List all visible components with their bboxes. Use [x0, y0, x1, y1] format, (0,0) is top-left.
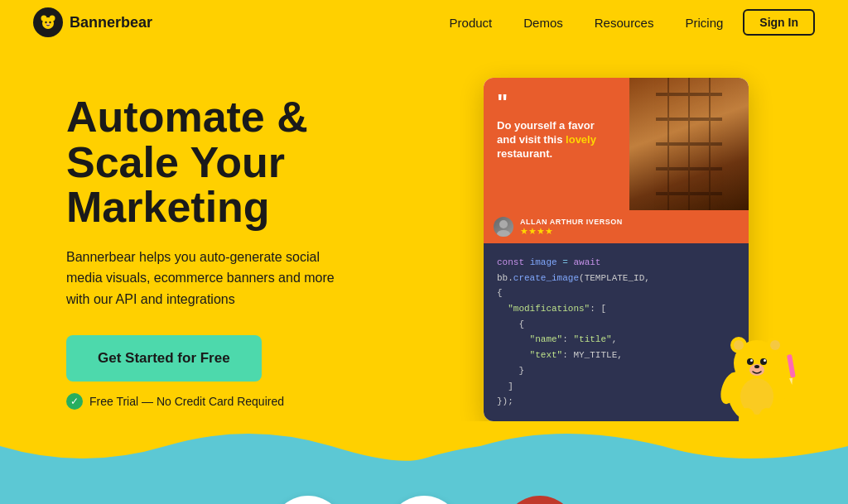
quote-mark: "	[497, 91, 616, 114]
wave-transition	[0, 421, 848, 471]
cta-button[interactable]: Get Started for Free	[66, 335, 262, 382]
mockup-visual: " Do yourself a favor and visit this lov…	[484, 78, 749, 210]
nav-pricing[interactable]: Pricing	[673, 11, 735, 35]
svg-point-15	[497, 230, 510, 237]
hero-title: Automate & Scale Your Marketing	[66, 94, 414, 230]
hero-content: Automate & Scale Your Marketing Bannerbe…	[66, 78, 414, 410]
svg-point-2	[50, 16, 55, 22]
svg-point-14	[499, 220, 508, 228]
mockup-image	[629, 78, 749, 210]
svg-point-20	[734, 340, 744, 350]
logo-amazon: a	[387, 496, 461, 504]
nav-product[interactable]: Product	[438, 11, 504, 35]
logos-section: ✳ a P	[0, 471, 848, 504]
check-icon: ✓	[66, 393, 83, 410]
author-name: ALLAN ARTHUR IVERSON	[520, 218, 623, 226]
trial-info: ✓ Free Trial — No Credit Card Required	[66, 393, 414, 410]
svg-point-4	[49, 22, 51, 23]
logo-producthunt: P	[503, 496, 577, 504]
mockup-quote: Do yourself a favor and visit this lovel…	[497, 119, 616, 161]
trial-text: Free Trial — No Credit Card Required	[89, 395, 284, 408]
hero-description: Bannerbear helps you auto-generate socia…	[66, 247, 348, 310]
svg-point-22	[747, 358, 754, 365]
nav-resources[interactable]: Resources	[583, 11, 666, 35]
logo-text: Bannerbear	[70, 14, 152, 31]
wave-svg	[0, 421, 848, 471]
bear-mascot	[707, 314, 807, 430]
nav-links: Product Demos Resources Pricing Sign In	[438, 9, 815, 36]
logo[interactable]: Bannerbear	[33, 7, 152, 37]
mockup-quote-area: " Do yourself a favor and visit this lov…	[484, 78, 629, 210]
author-stars: ★★★★	[520, 226, 623, 237]
signin-button[interactable]: Sign In	[743, 9, 815, 36]
svg-point-25	[764, 359, 766, 362]
svg-point-23	[760, 358, 767, 365]
svg-rect-30	[787, 354, 796, 378]
author-avatar	[494, 217, 513, 237]
svg-point-21	[770, 340, 780, 350]
hero-section: Automate & Scale Your Marketing Bannerbe…	[0, 45, 848, 421]
svg-point-24	[750, 359, 753, 362]
navbar: Bannerbear Product Demos Resources Prici…	[0, 0, 848, 45]
svg-point-27	[754, 365, 759, 368]
author-details: ALLAN ARTHUR IVERSON ★★★★	[520, 218, 623, 237]
hero-mockup: " Do yourself a favor and visit this lov…	[467, 78, 782, 421]
svg-point-1	[41, 16, 47, 22]
mockup-author: ALLAN ARTHUR IVERSON ★★★★	[484, 210, 749, 243]
logo-icon	[33, 7, 63, 37]
nav-demos[interactable]: Demos	[512, 11, 575, 35]
svg-point-3	[45, 22, 46, 23]
logo-zapier: ✳	[271, 496, 345, 504]
